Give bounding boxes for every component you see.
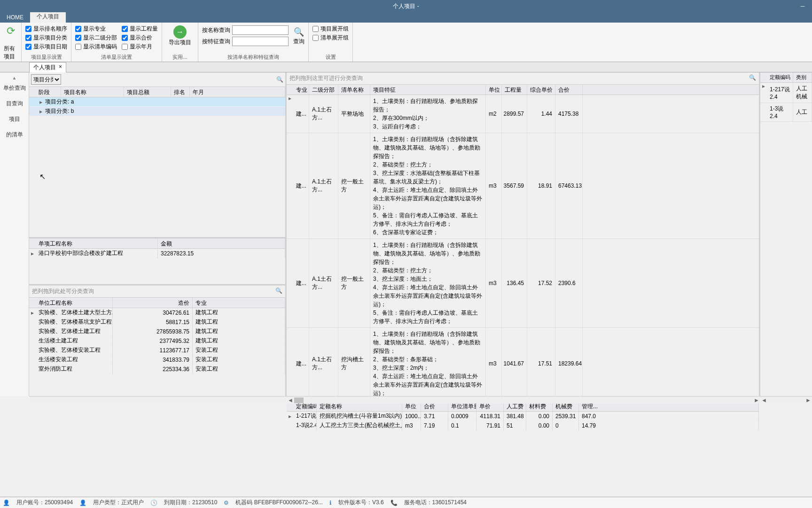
project-group-a[interactable]: ▸ 项目分类: a [29, 97, 285, 107]
refresh-icon[interactable]: ⟳ [4, 24, 17, 38]
col-unit-cost[interactable]: 造价 [113, 298, 193, 308]
far-row[interactable]: 1-3说2.4人工 [760, 103, 812, 122]
doc-tab-personal[interactable]: 个人项目 × [29, 62, 66, 72]
chk-major[interactable]: 显示专业 [75, 25, 117, 33]
col-unit-name[interactable]: 单位工程名称 [36, 298, 113, 308]
detail-row[interactable]: ▸1-217说...挖掘机挖沟槽土(斗容量1m3以内)反铲...1000...3… [287, 412, 759, 421]
clock-icon: 🕓 [150, 500, 157, 506]
category-select[interactable]: 项目分类 [31, 74, 61, 85]
refresh-label: 所有项目 [4, 45, 17, 61]
col-ym[interactable]: 年月 [190, 87, 285, 97]
ribbon-refresh-group: ⟳ 所有项目 [0, 23, 22, 62]
expand-icon[interactable]: ▸ [39, 99, 45, 105]
chk-qty[interactable]: 显示工程量 [122, 25, 158, 33]
col-list-major[interactable]: 专业 [293, 85, 309, 95]
unit-row[interactable]: 生活楼土建工程2377495.32建筑工程 [29, 336, 285, 346]
col-list-unit[interactable]: 单位 [486, 85, 502, 95]
status-ver: V3.6 [372, 499, 384, 506]
chk-expand-proj[interactable]: 项目展开组 [312, 25, 349, 33]
chevron-up-icon[interactable]: ▲ [12, 75, 17, 80]
search-icon[interactable]: 🔍 [276, 76, 283, 83]
unit-group-drop[interactable]: 把列拖到此处可分类查询 🔍 [29, 286, 285, 298]
tab-home[interactable]: HOME [0, 12, 30, 23]
nav-item-0[interactable]: 单价查询 [0, 80, 29, 96]
col-list-name[interactable]: 清单名称 [338, 85, 370, 95]
status-phone: 13601571454 [432, 499, 467, 506]
col-list-unitprice[interactable]: 综合单价 [527, 85, 555, 95]
search-name-label: 按名称查询 [202, 26, 230, 34]
export-button[interactable]: → 导出项目 [166, 24, 194, 48]
user-icon: 👤 [3, 500, 10, 506]
detail-row[interactable]: 1-3说2.4人工挖土方三类土(配合机械挖土人工修...m37.190.171.… [287, 421, 759, 430]
nav-item-1[interactable]: 目查询 [0, 96, 29, 111]
app-title: 个人项目 - [393, 2, 419, 10]
search-group-label: 按清单名称和特征查询 [202, 54, 304, 61]
hscroll-right[interactable]: ◄► [287, 396, 760, 404]
col-total[interactable]: 项目总额 [124, 87, 171, 97]
hscroll-center[interactable] [29, 396, 287, 404]
far-row[interactable]: ▸1-217说2.4人工 机械 [760, 83, 812, 103]
col-far-code[interactable]: 定额编码 [767, 72, 793, 82]
ribbon-proj-display: 显示排名顺序 显示项目分类 显示项目日期 项目显示设置 [22, 23, 71, 62]
unit-row[interactable]: 实验楼、艺体楼安装工程1123677.17安装工程 [29, 346, 285, 355]
chk-expand-list[interactable]: 清单展开组 [312, 34, 349, 42]
nav-item-2[interactable]: 项目 [0, 111, 29, 127]
project-group-b[interactable]: ▸ 项目分类: b [29, 107, 285, 116]
chk-code[interactable]: 显示清单编码 [75, 43, 117, 51]
col-unit-major[interactable]: 专业 [193, 298, 285, 308]
minimize-button[interactable]: ─ [793, 0, 812, 12]
status-machine-label: 机器码 [235, 499, 252, 506]
col-list-total[interactable]: 合价 [555, 85, 583, 95]
expand-icon[interactable]: ▸ [39, 108, 45, 115]
col-list-qty[interactable]: 工程量 [502, 85, 527, 95]
chk-proj-date[interactable]: 显示项目日期 [25, 43, 67, 51]
col-name[interactable]: 项目名称 [61, 87, 124, 97]
status-type: 正式用户 [121, 499, 144, 506]
chk-ym[interactable]: 显示年月 [122, 43, 158, 51]
search-icon[interactable]: 🔍 [749, 74, 756, 82]
col-list-feature[interactable]: 项目特征 [370, 85, 486, 95]
col-list-sub[interactable]: 二级分部 [309, 85, 338, 95]
cursor-icon: ↖ [39, 172, 46, 181]
search-icon[interactable]: 🔍 [275, 287, 282, 295]
nav-item-3[interactable]: 的清单 [0, 127, 29, 143]
unit-row[interactable]: 生活楼安装工程341833.79安装工程 [29, 355, 285, 365]
col-rank[interactable]: 排名 [171, 87, 190, 97]
chk-price[interactable]: 显示合价 [122, 34, 158, 42]
col-sub-amount[interactable]: 金额 [158, 238, 285, 248]
list-grid: 把列拖到这里可进行分类查询 🔍 专业 二级分部 清单名称 项目特征 单位 工程量… [287, 72, 759, 401]
right-column: 把列拖到这里可进行分类查询 🔍 专业 二级分部 清单名称 项目特征 单位 工程量… [287, 72, 760, 396]
list-row[interactable]: ▸建...A.1土石方...平整场地1、土壤类别：自行踏勘现场、参地质勘探报告；… [287, 95, 759, 133]
chk-proj-cat[interactable]: 显示项目分类 [25, 34, 67, 42]
chk-sub[interactable]: 显示二级分部 [75, 34, 117, 42]
unit-row[interactable]: 实验楼、艺体楼基坑支护工程58817.15建筑工程 [29, 318, 285, 327]
unit-row[interactable]: 实验楼、艺体楼土建工程27855938.75建筑工程 [29, 327, 285, 336]
col-sub-name[interactable]: 单项工程名称 [36, 238, 158, 248]
ribbon: ⟳ 所有项目 显示排名顺序 显示项目分类 显示项目日期 项目显示设置 显示专业 … [0, 23, 812, 62]
col-far-type[interactable]: 类别 [793, 72, 812, 82]
status-user-label: 用户账号： [16, 499, 45, 506]
chk-rank-order[interactable]: 显示排名顺序 [25, 25, 67, 33]
settings-group-label: 设置 [312, 54, 349, 61]
unit-row[interactable]: ▸实验楼、艺体楼土建大型土方工程304726.61建筑工程 [29, 308, 285, 318]
search-button[interactable]: 🔍 查询 [293, 26, 304, 46]
col-stage[interactable]: 阶段 [36, 87, 61, 97]
list-row[interactable]: 建...A.1土石方...挖沟槽土方1、土壤类别：自行踏勘现场（含拆除建筑物、建… [287, 328, 759, 400]
list-group-drop[interactable]: 把列拖到这里可进行分类查询 🔍 [287, 72, 759, 85]
unit-row[interactable]: 室外消防工程225334.36安装工程 [29, 365, 285, 374]
search-feature-label: 按特征查询 [202, 38, 230, 46]
list-row[interactable]: 建...A.1土石方...挖一般土方1、土壤类别：自行踏勘现场（含拆除建筑物、建… [287, 239, 759, 328]
tab-personal[interactable]: 个人项目 [30, 11, 66, 23]
status-user: 250093494 [45, 499, 73, 506]
status-bar: 👤 用户账号：250093494 👤 用户类型：正式用户 🕓 到期日期：2123… [0, 497, 812, 508]
search-feature-input[interactable] [232, 37, 289, 46]
hscroll-far[interactable]: ◄► [760, 396, 812, 404]
main-tabbar: HOME 个人项目 [0, 12, 812, 23]
list-row[interactable]: 建...A.1土石方...挖一般土方1、土壤类别：自行踏勘现场（含拆除建筑物、建… [287, 133, 759, 239]
close-icon[interactable]: × [59, 64, 62, 71]
subproject-row[interactable]: ▸ 港口学校初中部综合楼改扩建工程 32287823.15 [29, 249, 285, 258]
phone-icon: 📞 [390, 500, 398, 506]
search-name-input[interactable] [232, 25, 289, 35]
center-column: 项目分类 🔍 阶段 项目名称 项目总额 排名 年月 ▸ 项目分类: a ▸ 项目… [29, 72, 287, 396]
subproject-grid: 单项工程名称 金额 ▸ 港口学校初中部综合楼改扩建工程 32287823.15 [29, 238, 285, 286]
